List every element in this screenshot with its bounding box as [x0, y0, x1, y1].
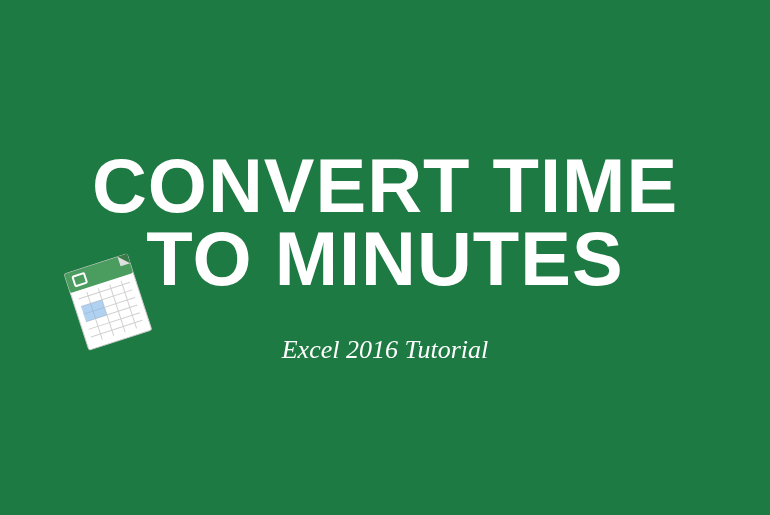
main-title: CONVERT TIME TO MINUTES — [60, 150, 710, 294]
subtitle: Excel 2016 Tutorial — [282, 335, 489, 365]
